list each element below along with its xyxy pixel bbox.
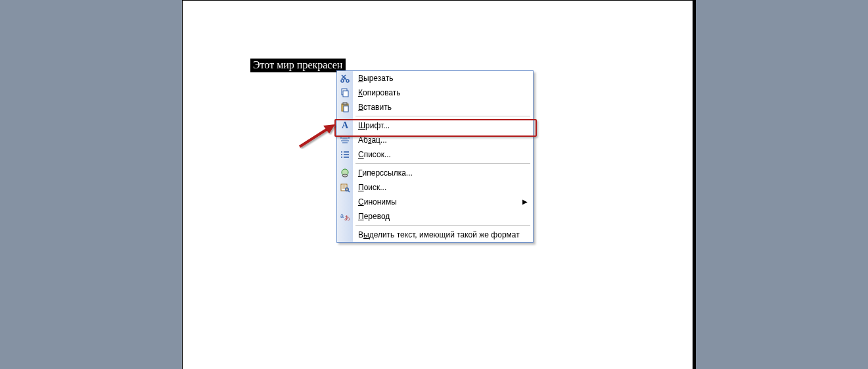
menu-item-hyperlink[interactable]: Гиперссылка...	[337, 166, 533, 180]
menu-item-label: Список...	[358, 147, 521, 162]
menu-item-label: Копировать	[358, 86, 521, 100]
svg-text:a: a	[340, 212, 344, 219]
menu-item-label: Перевод	[358, 209, 521, 224]
menu-item-label: Поиск...	[358, 180, 521, 195]
menu-item-label: Гиперссылка...	[358, 166, 521, 180]
svg-point-1	[346, 80, 349, 82]
svg-point-8	[341, 154, 342, 155]
paste-icon	[337, 100, 353, 114]
context-menu: Вырезать Копировать Вставить A Шрифт... …	[336, 70, 534, 243]
menu-item-label: Вставить	[358, 100, 521, 114]
copy-icon	[337, 86, 353, 100]
menu-item-font[interactable]: A Шрифт...	[337, 118, 533, 133]
menu-item-cut[interactable]: Вырезать	[337, 71, 533, 86]
menu-item-translate[interactable]: aあ Перевод	[337, 209, 533, 224]
menu-item-copy[interactable]: Копировать	[337, 86, 533, 100]
svg-rect-6	[344, 106, 348, 112]
menu-item-paste[interactable]: Вставить	[337, 100, 533, 114]
search-book-icon	[337, 180, 353, 195]
svg-text:あ: あ	[344, 214, 350, 221]
menu-item-select-similar-format[interactable]: Выделить текст, имеющий такой же формат	[337, 228, 533, 242]
svg-rect-3	[343, 91, 348, 97]
list-icon	[337, 147, 353, 162]
menu-item-label: Вырезать	[358, 71, 521, 86]
scissors-icon	[337, 71, 353, 86]
svg-rect-5	[343, 103, 347, 105]
svg-point-11	[342, 174, 348, 177]
menu-item-label: Выделить текст, имеющий такой же формат	[358, 228, 521, 242]
blank-icon	[337, 195, 353, 209]
menu-item-list[interactable]: Список...	[337, 147, 533, 162]
menu-item-label: Шрифт...	[358, 118, 521, 133]
svg-point-9	[341, 157, 342, 158]
menu-item-label: Синонимы	[358, 195, 521, 209]
menu-item-search[interactable]: Поиск...	[337, 180, 533, 195]
svg-point-7	[341, 151, 342, 153]
svg-rect-12	[341, 184, 347, 191]
blank-icon	[337, 228, 353, 242]
translate-icon: aあ	[337, 209, 353, 224]
submenu-arrow-icon: ▶	[522, 195, 528, 209]
paragraph-lines-icon	[337, 133, 353, 147]
hyperlink-globe-icon	[337, 166, 353, 180]
svg-point-0	[341, 80, 344, 82]
selected-text[interactable]: Этот мир прекрасен	[250, 59, 346, 72]
menu-item-paragraph[interactable]: Абзац...	[337, 133, 533, 147]
font-letter-icon: A	[337, 118, 353, 133]
menu-item-synonyms[interactable]: Синонимы ▶	[337, 195, 533, 209]
menu-item-label: Абзац...	[358, 133, 521, 147]
